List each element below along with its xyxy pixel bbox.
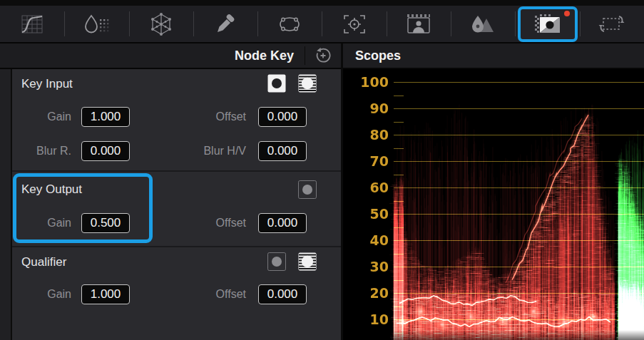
droplet-grid-icon xyxy=(83,13,110,36)
section-divider xyxy=(12,246,341,247)
scopes-title: Scopes xyxy=(355,43,401,68)
tool-blur[interactable] xyxy=(451,6,515,42)
scopes-panel: 100 90 80 70 60 50 40 30 20 10 xyxy=(343,69,644,340)
blur-hv-label: Blur H/V xyxy=(175,141,246,161)
invert-inactive-icon xyxy=(298,180,317,199)
qualifier-offset-field[interactable]: 0.000 xyxy=(258,284,307,304)
scale-tick: 10 xyxy=(343,310,389,329)
blur-r-label: Blur R. xyxy=(12,141,71,161)
tool-key[interactable] xyxy=(515,6,579,42)
tool-custom-curves[interactable] xyxy=(0,6,64,42)
key-output-gain-row: Gain 0.500 Offset 0.000 xyxy=(12,213,341,233)
key-output-gain-field[interactable]: 0.500 xyxy=(81,213,130,233)
key-output-title: Key Output xyxy=(21,182,82,197)
qualifier-gain-field[interactable]: 1.000 xyxy=(81,284,130,304)
palette-toolbar xyxy=(0,0,644,43)
reset-icon xyxy=(314,46,332,65)
gain-label: Gain xyxy=(12,213,71,233)
node-key-content: Key Input Gain 1.000 Offse xyxy=(12,69,341,340)
matte-active-icon xyxy=(298,74,317,93)
matte-active-icon xyxy=(298,252,317,271)
offset-label: Offset xyxy=(175,284,246,304)
key-input-offset-field[interactable]: 0.000 xyxy=(258,107,307,127)
scale-tick: 70 xyxy=(343,152,389,170)
scale-tick: 30 xyxy=(343,257,389,276)
blur-sharpen-icon xyxy=(469,13,496,36)
scale-tick: 50 xyxy=(343,205,389,223)
key-input-blur-r-field[interactable]: 0.000 xyxy=(81,141,130,161)
offset-label: Offset xyxy=(175,107,246,127)
key-input-invert-toggle[interactable] xyxy=(267,74,286,93)
key-input-blur-hv-field[interactable]: 0.000 xyxy=(258,141,307,161)
gain-label: Gain xyxy=(12,284,71,304)
scrollbar-track[interactable] xyxy=(0,69,12,340)
header-separator xyxy=(305,46,305,65)
sizing-icon xyxy=(598,12,626,36)
qualifier-gain-row: Gain 1.000 Offset 0.000 xyxy=(12,284,341,304)
curves-icon xyxy=(19,13,46,36)
tool-sizing[interactable] xyxy=(580,6,644,42)
key-output-invert-toggle[interactable] xyxy=(298,180,317,199)
qualifier-title: Qualifier xyxy=(21,255,66,269)
qualifier-matte-toggle[interactable] xyxy=(298,252,317,271)
gain-label: Gain xyxy=(12,107,71,127)
tool-power-window[interactable] xyxy=(257,6,322,42)
key-input-gain-row: Gain 1.000 Offset 0.000 xyxy=(12,107,341,127)
tool-qualifier-picker[interactable] xyxy=(193,6,257,42)
scale-tick: 40 xyxy=(343,231,389,249)
section-divider xyxy=(12,170,341,172)
reset-button[interactable] xyxy=(314,46,332,65)
tool-color-warper[interactable] xyxy=(64,6,128,42)
node-key-panel: Key Input Gain 1.000 Offse xyxy=(0,69,341,340)
tool-tracker[interactable] xyxy=(322,6,386,42)
key-input-matte-toggle[interactable] xyxy=(298,74,317,93)
tracker-icon xyxy=(342,12,367,36)
scale-tick: 80 xyxy=(343,125,389,144)
hex-mesh-icon xyxy=(148,12,174,36)
scale-tick: 90 xyxy=(343,99,389,118)
tool-magic-mask[interactable] xyxy=(387,6,451,42)
qualifier-invert-toggle[interactable] xyxy=(267,252,286,271)
scopes-header: Scopes xyxy=(343,43,644,69)
eyedropper-icon xyxy=(213,13,237,36)
key-output-offset-field[interactable]: 0.000 xyxy=(258,213,307,233)
key-input-blur-row: Blur R. 0.000 Blur H/V 0.000 xyxy=(12,141,341,161)
scale-tick: 20 xyxy=(343,284,389,302)
ellipse-window-icon xyxy=(275,13,304,36)
invert-inactive-icon xyxy=(267,252,286,271)
invert-active-icon xyxy=(267,74,286,93)
scale-tick: 100 xyxy=(343,73,389,91)
scale-tick: 60 xyxy=(343,178,389,197)
notification-dot xyxy=(564,11,570,16)
key-input-title: Key Input xyxy=(21,77,73,91)
node-key-header: Node Key xyxy=(0,43,341,69)
tool-color-mixer[interactable] xyxy=(129,6,193,42)
offset-label: Offset xyxy=(175,213,246,233)
magic-mask-icon xyxy=(404,13,433,36)
key-tool-highlight xyxy=(518,6,578,42)
davinci-color-page: Node Key Scopes Key Input xyxy=(0,0,644,340)
node-key-title: Node Key xyxy=(235,43,294,68)
key-input-gain-field[interactable]: 1.000 xyxy=(81,107,130,127)
key-icon xyxy=(533,13,563,36)
